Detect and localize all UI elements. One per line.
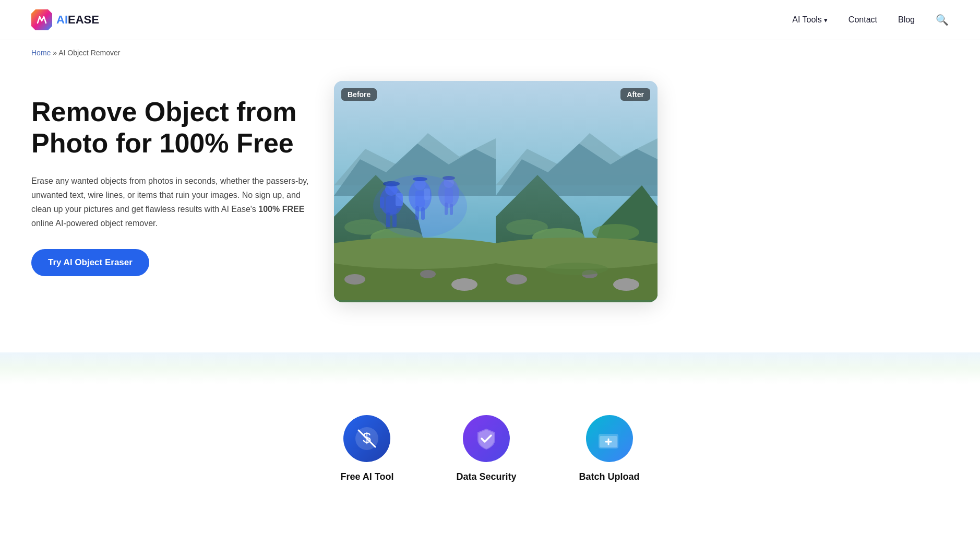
feature-batch-upload: Batch Upload — [579, 415, 640, 482]
data-security-label: Data Security — [456, 471, 516, 482]
svg-point-44 — [506, 274, 527, 285]
after-label: After — [620, 88, 650, 101]
logo[interactable]: AIEASE — [31, 9, 99, 30]
svg-point-8 — [344, 274, 365, 285]
feature-data-security: Data Security — [456, 415, 516, 482]
svg-point-47 — [545, 263, 608, 275]
search-icon[interactable]: 🔍 — [936, 14, 949, 26]
hero-fade — [0, 352, 980, 384]
nav-blog[interactable]: Blog — [898, 15, 915, 25]
nav-links: AI Tools ▾ Contact Blog 🔍 — [792, 14, 949, 26]
breadcrumb-separator: » — [53, 49, 58, 57]
svg-point-9 — [451, 278, 477, 291]
features-section: $ Free AI Tool Data Security — [0, 384, 980, 524]
free-ai-tool-icon: $ — [343, 415, 390, 462]
cta-button[interactable]: Try AI Object Eraser — [31, 249, 149, 276]
feature-free-ai-tool: $ Free AI Tool — [340, 415, 393, 482]
logo-icon — [31, 9, 52, 30]
navbar: AIEASE AI Tools ▾ Contact Blog 🔍 — [0, 0, 980, 40]
svg-point-45 — [613, 278, 639, 291]
hero-section: Remove Object from Photo for 100% Free E… — [0, 65, 980, 368]
before-label: Before — [341, 88, 377, 101]
chevron-down-icon: ▾ — [824, 16, 828, 24]
breadcrumb: Home » AI Object Remover — [0, 40, 980, 65]
after-image — [496, 81, 658, 300]
nav-contact[interactable]: Contact — [848, 15, 877, 25]
hero-description: Erase any wanted objects from photos in … — [31, 174, 313, 231]
after-panel: After — [496, 81, 658, 302]
before-after-container: Before — [334, 81, 658, 302]
free-ai-tool-label: Free AI Tool — [340, 471, 393, 482]
data-security-icon — [463, 415, 510, 462]
hero-right: Before — [334, 81, 949, 302]
svg-point-10 — [420, 270, 436, 278]
svg-point-33 — [373, 175, 467, 238]
nav-ai-tools[interactable]: AI Tools ▾ — [792, 15, 828, 25]
batch-upload-label: Batch Upload — [579, 471, 640, 482]
hero-left: Remove Object from Photo for 100% Free E… — [31, 81, 313, 276]
logo-text: AIEASE — [56, 13, 99, 27]
batch-upload-icon — [586, 415, 633, 462]
breadcrumb-current: AI Object Remover — [58, 49, 120, 57]
before-panel: Before — [334, 81, 496, 302]
hero-title: Remove Object from Photo for 100% Free — [31, 97, 313, 159]
breadcrumb-home[interactable]: Home — [31, 49, 51, 57]
svg-point-7 — [334, 238, 496, 269]
before-image — [334, 81, 496, 300]
